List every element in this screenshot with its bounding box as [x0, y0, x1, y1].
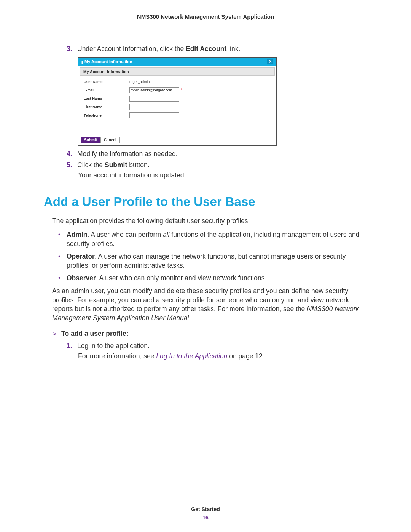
bullet-admin: • Admin. A user who can perform all func…	[58, 230, 367, 248]
step-text: Modify the information as needed.	[77, 150, 367, 158]
doc-header: NMS300 Network Management System Applica…	[44, 13, 367, 20]
step-text: Under Account Information, click the Edi…	[77, 45, 367, 53]
chevron-right-icon: ➢	[52, 330, 57, 338]
profile-name: Operator	[67, 252, 95, 260]
text: . A user who can manage the network func…	[67, 252, 346, 269]
bold-term: Edit Account	[186, 45, 226, 53]
bold-term: Submit	[105, 161, 127, 169]
page-number: 16	[44, 514, 367, 521]
label-firstname: First Name	[84, 105, 129, 109]
bullet-observer: • Observer. A user who can only monitor …	[58, 274, 367, 283]
text: Click the	[77, 161, 105, 169]
telephone-field[interactable]	[129, 112, 179, 118]
text: As an admin user, you can modify and del…	[52, 287, 349, 313]
text: on page 12.	[227, 352, 264, 360]
footer-divider	[44, 502, 367, 502]
required-mark: *	[181, 88, 182, 92]
procedure-heading: ➢ To add a user profile:	[52, 330, 367, 338]
text: .	[189, 314, 191, 322]
text: . A user who can perform	[87, 231, 162, 238]
step-number: 5.	[67, 161, 77, 169]
section-heading: Add a User Profile to the User Base	[44, 195, 367, 209]
text: button.	[127, 161, 149, 169]
procedure-title: To add a user profile:	[61, 330, 129, 338]
bullet-icon: •	[58, 230, 67, 248]
step-note: For more information, see Log In to the …	[78, 352, 367, 360]
step-number: 3.	[67, 45, 77, 53]
step-number: 4.	[67, 150, 77, 158]
text: link.	[226, 45, 240, 53]
step-3: 3. Under Account Information, click the …	[67, 45, 367, 53]
detail-paragraph: As an admin user, you can modify and del…	[52, 287, 367, 323]
text: . A user who can only monitor and view n…	[96, 274, 266, 282]
bullet-icon: •	[58, 274, 67, 283]
email-field[interactable]	[129, 87, 179, 93]
text: For more information, see	[78, 352, 156, 360]
xref-link[interactable]: Log In to the Application	[156, 352, 227, 360]
step-text: Click the Submit button.	[77, 161, 367, 169]
value-username: roger_admin	[129, 80, 150, 84]
profile-name: Admin	[67, 231, 87, 238]
close-icon[interactable]: X	[267, 59, 273, 64]
label-telephone: Telephone	[84, 113, 129, 117]
label-lastname: Last Name	[84, 96, 129, 101]
lastname-field[interactable]	[129, 96, 179, 102]
step-text: Log in to the application.	[77, 342, 367, 350]
bullet-icon: •	[58, 252, 67, 270]
bullet-operator: • Operator. A user who can manage the ne…	[58, 252, 367, 270]
step-5: 5. Click the Submit button.	[67, 161, 367, 169]
emph: all	[163, 231, 170, 238]
submit-button[interactable]: Submit	[81, 137, 100, 143]
dialog-title: ▮ My Account Information	[81, 59, 132, 64]
page-footer: Get Started 16	[44, 499, 367, 521]
text: Under Account Information, click the	[77, 45, 186, 53]
form-section-header: My Account Information	[80, 67, 275, 76]
dialog-titlebar: ▮ My Account Information X	[78, 58, 276, 66]
step-number: 1.	[67, 342, 77, 350]
profile-name: Observer	[67, 274, 96, 282]
label-username: User Name	[84, 80, 129, 84]
firstname-field[interactable]	[129, 104, 179, 110]
step-result: Your account information is updated.	[78, 171, 367, 179]
footer-label: Get Started	[44, 506, 367, 512]
screenshot-my-account: ▮ My Account Information X My Account In…	[78, 57, 277, 146]
cancel-button[interactable]: Cancel	[100, 137, 120, 143]
intro-paragraph: The application provides the following d…	[52, 217, 367, 226]
proc-step-1: 1. Log in to the application.	[67, 342, 367, 350]
step-4: 4. Modify the information as needed.	[67, 150, 367, 158]
label-email: E-mail	[84, 88, 129, 92]
